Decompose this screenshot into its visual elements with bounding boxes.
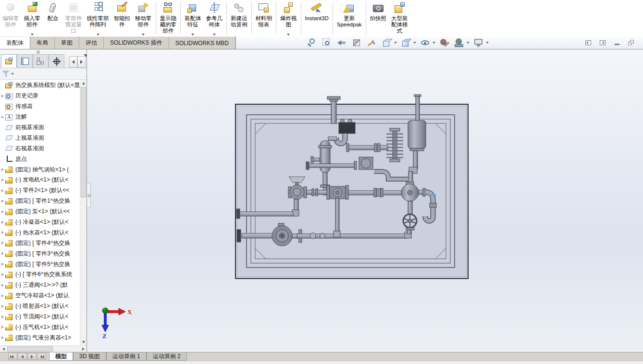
- panel-collapse-handle[interactable]: [87, 183, 91, 208]
- toolbar-button[interactable]: 线性零部 件阵列: [85, 0, 111, 36]
- tree-item[interactable]: 右视基准面: [0, 143, 80, 154]
- hide-show-items-icon[interactable]: [420, 37, 431, 48]
- expand-arrow-icon[interactable]: [0, 284, 5, 287]
- scroll-left-icon[interactable]: [0, 346, 7, 352]
- headsup-item[interactable]: [351, 37, 363, 48]
- last-tab-icon[interactable]: [37, 353, 46, 360]
- zoom-to-fit-icon[interactable]: [307, 37, 318, 48]
- first-tab-icon[interactable]: [8, 353, 17, 360]
- scroll-right-icon[interactable]: [77, 56, 86, 68]
- tree-item[interactable]: (固定) 抽气涡轮<1> (: [0, 164, 80, 175]
- study-tab[interactable]: 运动算例 1: [106, 352, 147, 361]
- dropdown-caret-icon[interactable]: [97, 34, 99, 36]
- scrollbar-thumb[interactable]: [81, 87, 86, 197]
- window-button[interactable]: [626, 39, 636, 47]
- study-tab[interactable]: 模型: [49, 352, 73, 361]
- command-tab[interactable]: 布局: [30, 36, 55, 49]
- scroll-down-icon[interactable]: [80, 339, 87, 345]
- expand-arrow-icon[interactable]: [0, 252, 5, 255]
- annotation-visibility-icon[interactable]: [366, 37, 378, 48]
- next-tab-icon[interactable]: [27, 353, 37, 360]
- expand-arrow-icon[interactable]: [0, 326, 5, 328]
- dropdown-caret-icon[interactable]: [394, 42, 397, 44]
- expand-arrow-icon[interactable]: [0, 210, 5, 213]
- dropdown-caret-icon[interactable]: [191, 34, 194, 36]
- prev-tab-icon[interactable]: [18, 353, 27, 360]
- filter-caret-icon[interactable]: [11, 73, 14, 75]
- study-tab[interactable]: 运动算例 2: [147, 352, 187, 361]
- scroll-right-icon[interactable]: [80, 346, 87, 352]
- model-3d-view[interactable]: [87, 49, 643, 352]
- tree-item[interactable]: (固定) [ 零件3^热交换: [0, 248, 80, 259]
- tree-item[interactable]: (固定) 气液分离器<1>: [0, 332, 80, 343]
- headsup-item[interactable]: [438, 37, 451, 48]
- expand-arrow-icon[interactable]: [0, 263, 5, 266]
- tree-item[interactable]: (固定) 泵<1> (默认<<: [0, 206, 80, 217]
- tree-item[interactable]: (-) 热水器<1> (默认<: [0, 227, 80, 238]
- filter-funnel-icon[interactable]: [2, 70, 10, 77]
- toolbar-button[interactable]: 新建运 动算例: [228, 0, 250, 36]
- tree-item[interactable]: (-) 压气机<1> (默认<: [0, 322, 80, 332]
- tree-item[interactable]: 传感器: [0, 101, 80, 112]
- toolbar-button[interactable]: 编辑零 部件: [0, 0, 22, 36]
- tree-horizontal-scrollbar[interactable]: [0, 345, 87, 352]
- headsup-item[interactable]: [472, 37, 489, 48]
- headsup-item[interactable]: [321, 37, 334, 48]
- headsup-item[interactable]: [419, 37, 436, 48]
- expand-arrow-icon[interactable]: [0, 315, 5, 318]
- dropdown-caret-icon[interactable]: [433, 42, 435, 44]
- headsup-item[interactable]: [381, 37, 397, 48]
- toolbar-button[interactable]: 配合: [43, 0, 63, 36]
- tree-vertical-scrollbar[interactable]: [80, 80, 87, 345]
- expand-arrow-icon[interactable]: [0, 200, 5, 203]
- study-tab[interactable]: 3D 视图: [73, 352, 106, 361]
- command-tab[interactable]: 装配体: [0, 36, 30, 49]
- toolbar-button[interactable]: Instant3D: [303, 0, 331, 36]
- previous-view-icon[interactable]: [336, 37, 348, 48]
- tree-item[interactable]: (-) 喷射器<1> (默认<: [0, 301, 80, 312]
- toolbar-button[interactable]: 更新 Speedpak: [334, 0, 364, 36]
- tree-item[interactable]: 原点: [0, 154, 80, 164]
- graphics-viewport[interactable]: X Z: [87, 49, 643, 352]
- expand-arrow-icon[interactable]: [0, 273, 5, 276]
- zoom-to-area-icon[interactable]: [322, 37, 333, 48]
- expand-arrow-icon[interactable]: [0, 294, 5, 297]
- window-button[interactable]: [597, 39, 607, 47]
- dropdown-caret-icon[interactable]: [467, 42, 470, 44]
- view-orientation-icon[interactable]: [381, 37, 393, 48]
- headsup-item[interactable]: [400, 37, 417, 48]
- tree-item[interactable]: 空气冷却器<1> (默认: [0, 291, 80, 301]
- headsup-item[interactable]: [306, 37, 319, 48]
- section-view-icon[interactable]: [351, 37, 363, 48]
- ball-valve[interactable]: [327, 185, 348, 199]
- dropdown-caret-icon[interactable]: [486, 42, 489, 44]
- featuremanager-tab[interactable]: [33, 54, 49, 68]
- dropdown-caret-icon[interactable]: [413, 42, 416, 44]
- tree-item[interactable]: (-) 零件2<1> (默认<<: [0, 185, 80, 196]
- tree-item[interactable]: (-) [ 零件6^热交换系统: [0, 269, 80, 280]
- display-style-icon[interactable]: [400, 37, 412, 48]
- dropdown-caret-icon[interactable]: [213, 34, 216, 36]
- expand-arrow-icon[interactable]: [0, 336, 5, 339]
- tree-item[interactable]: (-) 发电机<1> (默认<: [0, 175, 80, 185]
- toolbar-button[interactable]: 插入零 部件: [22, 0, 43, 36]
- tree-item[interactable]: 注解: [0, 112, 80, 122]
- apply-scene-icon[interactable]: [454, 37, 465, 48]
- panel-splitter-grip[interactable]: [37, 50, 40, 54]
- window-button[interactable]: [583, 39, 593, 47]
- toolbar-button[interactable]: 显示隐 藏的零 部件: [158, 0, 179, 36]
- scroll-up-icon[interactable]: [80, 80, 87, 86]
- scrollbar-thumb[interactable]: [7, 346, 53, 352]
- tree-item[interactable]: (-) 冷凝器<1> (默认<: [0, 217, 80, 228]
- tree-item[interactable]: (-) 三通阀<1>->? (默: [0, 280, 80, 291]
- dropdown-caret-icon[interactable]: [142, 34, 145, 36]
- tree-item[interactable]: (固定) [ 零件4^热交换: [0, 238, 80, 248]
- command-tab[interactable]: SOLIDWORKS 插件: [104, 36, 169, 49]
- tree-item[interactable]: (固定) [ 零件1^热交换: [0, 196, 80, 206]
- command-tab[interactable]: 评估: [79, 36, 104, 49]
- toolbar-button[interactable]: 移动零 部件: [133, 0, 154, 36]
- command-tab[interactable]: SOLIDWORKS MBD: [169, 36, 235, 49]
- toolbar-button[interactable]: 参考几 何体: [204, 0, 225, 36]
- headsup-item[interactable]: [336, 37, 348, 48]
- scroll-left-icon[interactable]: [69, 56, 77, 68]
